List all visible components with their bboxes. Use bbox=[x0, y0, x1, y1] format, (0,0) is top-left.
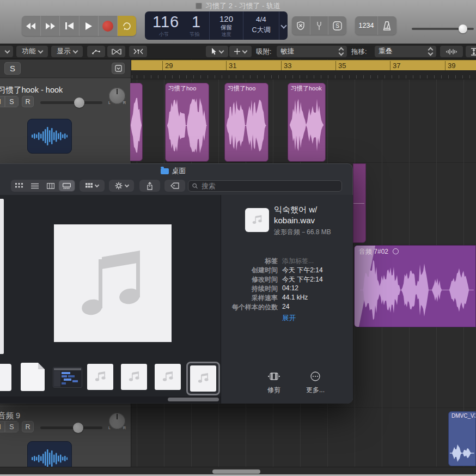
music-note-icon bbox=[197, 372, 209, 385]
mute-button[interactable]: M bbox=[0, 96, 5, 107]
functions-menu[interactable]: 功能 bbox=[16, 46, 48, 57]
solo-mode-button[interactable]: S bbox=[4, 62, 21, 75]
search-field[interactable] bbox=[188, 180, 342, 192]
finder-toolbar bbox=[0, 179, 353, 195]
secondary-tool-menu[interactable] bbox=[229, 46, 252, 57]
gallery-item-partial[interactable] bbox=[0, 364, 11, 391]
master-volume-slider[interactable] bbox=[412, 25, 474, 33]
finder-window[interactable]: 桌面 bbox=[0, 163, 353, 404]
record-enable-button[interactable]: R bbox=[22, 96, 34, 107]
lcd-beat-value: 1 bbox=[192, 13, 201, 31]
show-more-link[interactable]: 展开 bbox=[282, 314, 296, 323]
record-enable-button[interactable]: R bbox=[22, 421, 34, 432]
more-action[interactable]: 更多... bbox=[298, 370, 333, 395]
pan-knob[interactable]: LR bbox=[109, 413, 125, 429]
metronome-icon bbox=[383, 21, 391, 30]
gallery-scrollbar[interactable] bbox=[0, 396, 221, 403]
gallery-pane bbox=[0, 195, 221, 404]
waveform-icon bbox=[446, 48, 457, 55]
rewind-button[interactable] bbox=[22, 16, 41, 36]
view-menu[interactable]: 显示 bbox=[51, 46, 83, 57]
column-view-button[interactable] bbox=[42, 180, 58, 192]
catch-icon bbox=[133, 48, 143, 54]
track-header-2[interactable]: 音频 9 M S R LR bbox=[0, 406, 131, 468]
volume-slider[interactable] bbox=[40, 97, 102, 108]
volume-slider[interactable] bbox=[40, 423, 102, 433]
music-note-icon bbox=[162, 370, 174, 383]
count-in-button[interactable]: 1234 bbox=[355, 16, 378, 35]
mute-solo-group[interactable]: M S bbox=[0, 96, 19, 107]
icon-view-button[interactable] bbox=[11, 180, 27, 192]
mute-button[interactable]: M bbox=[0, 421, 5, 432]
mute-solo-group[interactable]: M S bbox=[0, 421, 19, 432]
track-header-1[interactable]: 习惯了hook - hook M S R LR bbox=[0, 79, 131, 164]
metronome-button[interactable] bbox=[378, 16, 396, 35]
track-name: 习惯了hook - hook bbox=[0, 85, 63, 95]
tuner-button[interactable] bbox=[310, 16, 329, 35]
list-view-button[interactable] bbox=[27, 180, 42, 192]
waveform-zoom-button[interactable] bbox=[440, 46, 463, 57]
search-input[interactable] bbox=[200, 182, 338, 191]
region-label: 音频 7#02 bbox=[355, 246, 475, 258]
audio-region-sliver[interactable] bbox=[353, 163, 366, 243]
cycle-ruler[interactable]: 29 31 33 35 37 39 bbox=[131, 60, 476, 71]
audio-region[interactable]: 习惯了hook bbox=[288, 83, 326, 162]
gallery-view-button[interactable] bbox=[59, 180, 75, 191]
region-label: DMVC_V3 bbox=[449, 412, 475, 420]
catch-playhead-button[interactable] bbox=[129, 46, 147, 57]
lcd-tempo-mode: 保留 bbox=[210, 24, 243, 32]
info-row: 持续时间04:12 bbox=[221, 284, 350, 293]
audio-region-7-02[interactable]: 音频 7#02 bbox=[354, 245, 476, 327]
group-by-button[interactable] bbox=[80, 180, 105, 192]
audio-region[interactable]: 习惯了hoo bbox=[165, 83, 209, 162]
record-button[interactable] bbox=[99, 16, 118, 36]
scrollbar-thumb[interactable] bbox=[212, 469, 260, 474]
lcd-tempo-value: 120 bbox=[210, 14, 243, 23]
pointer-tool-menu[interactable] bbox=[206, 46, 228, 57]
drag-select[interactable]: 重叠 bbox=[375, 46, 436, 57]
solo-button[interactable]: S bbox=[5, 421, 19, 432]
gallery-item-audio[interactable] bbox=[155, 364, 181, 390]
vertical-zoom-button[interactable] bbox=[466, 46, 476, 57]
play-button[interactable] bbox=[80, 16, 99, 36]
gear-icon bbox=[115, 182, 123, 190]
audio-region[interactable]: 习惯了hoo bbox=[224, 83, 268, 162]
share-button[interactable] bbox=[139, 180, 160, 192]
finder-titlebar[interactable]: 桌面 bbox=[0, 163, 353, 179]
solo-button-global[interactable]: S bbox=[328, 16, 346, 35]
gallery-view-icon bbox=[63, 183, 71, 189]
info-pane: 익숙했어 w/ kobain.wav 波形音频－66.8 MB 标签添加标签..… bbox=[221, 195, 353, 404]
gallery-item-audio[interactable] bbox=[121, 364, 147, 390]
solo-button[interactable]: S bbox=[5, 96, 19, 107]
audio-region-partial[interactable] bbox=[130, 83, 143, 161]
gallery-item-document[interactable] bbox=[21, 363, 45, 391]
forward-button[interactable] bbox=[41, 16, 60, 36]
info-row: 创建时间今天 下午2:14 bbox=[221, 266, 350, 274]
trim-action[interactable]: 修剪 bbox=[257, 370, 291, 395]
go-to-beginning-button[interactable] bbox=[60, 16, 79, 36]
lcd-beat-label: 节拍 bbox=[190, 31, 199, 38]
action-menu-button[interactable] bbox=[109, 180, 134, 192]
folder-icon bbox=[161, 168, 169, 174]
gallery-item-audio[interactable] bbox=[190, 365, 216, 392]
column-view-icon bbox=[47, 183, 54, 189]
pan-knob[interactable]: LR bbox=[109, 88, 125, 104]
flex-button[interactable] bbox=[107, 46, 125, 57]
tag-button[interactable] bbox=[164, 180, 185, 192]
slider-thumb[interactable] bbox=[459, 25, 467, 33]
lcd-display[interactable]: 116 1 小节 节拍 120 保留 速度 4/4 C大调 bbox=[145, 11, 288, 40]
snap-select[interactable]: 敏捷 bbox=[277, 46, 347, 57]
cycle-button[interactable] bbox=[118, 16, 136, 36]
partial-menu-button[interactable] bbox=[0, 46, 13, 57]
scrollbar-thumb[interactable] bbox=[168, 398, 219, 401]
gallery-item-selected[interactable] bbox=[186, 362, 220, 395]
gallery-item-audio[interactable] bbox=[87, 364, 113, 390]
automation-button[interactable] bbox=[87, 46, 105, 57]
metronome-buttons: 1234 bbox=[355, 16, 396, 35]
gallery-item-screenshot[interactable] bbox=[53, 367, 82, 388]
master-mute-button[interactable] bbox=[292, 16, 310, 35]
audio-region-dmvc[interactable]: DMVC_V3 bbox=[448, 411, 476, 466]
window-title: 习惯了 2 - 习惯了 - 轨道 bbox=[0, 1, 476, 11]
track-header-options-button[interactable] bbox=[112, 63, 125, 74]
lcd-options-chevron[interactable] bbox=[279, 11, 288, 40]
